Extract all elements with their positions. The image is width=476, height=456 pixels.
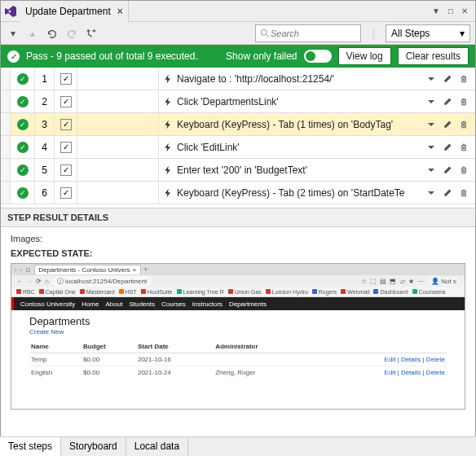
expand-icon[interactable]: [426, 97, 436, 107]
step-description: Click 'DepartmentsLink': [177, 96, 420, 107]
redo-icon[interactable]: [64, 26, 79, 41]
expand-icon[interactable]: [426, 165, 436, 175]
bookmark-item: HootSuite: [141, 289, 173, 295]
col-header: Budget: [82, 340, 136, 353]
bottom-tab[interactable]: Local data: [126, 437, 188, 456]
bookmark-item: Dashboard: [373, 289, 408, 295]
search-input[interactable]: [271, 28, 352, 38]
step-number: 5: [35, 159, 55, 181]
step-number: 2: [35, 90, 55, 112]
expand-icon[interactable]: [426, 74, 436, 84]
window-maximize-icon[interactable]: □: [444, 7, 457, 15]
delete-icon[interactable]: [459, 120, 469, 129]
step-row[interactable]: ✓3✓Keyboard (KeyPress) - Tab (1 times) o…: [1, 113, 475, 136]
window-dropdown-icon[interactable]: ▼: [428, 7, 444, 15]
document-tab-title: Update Department: [25, 6, 111, 17]
view-log-button[interactable]: View log: [338, 47, 391, 65]
status-cell: ✓: [11, 136, 35, 158]
row-handle[interactable]: [1, 113, 11, 135]
step-row[interactable]: ✓5✓Enter text '200' in 'BudgetText': [1, 159, 475, 182]
steps-filter-label: All Steps: [391, 28, 430, 39]
expand-icon[interactable]: [426, 120, 436, 129]
action-icon: [159, 120, 177, 129]
bookmark-item: RBC: [16, 289, 35, 295]
expand-icon[interactable]: [426, 188, 436, 198]
branch-icon[interactable]: [84, 26, 99, 41]
spacer-cell: [77, 159, 159, 181]
edit-icon[interactable]: [443, 188, 452, 198]
edit-icon[interactable]: [443, 142, 452, 152]
row-handle[interactable]: [1, 68, 11, 90]
reload-icon: ⟳: [36, 278, 42, 285]
step-description: Navigate to : 'http://localhost:21254/': [177, 73, 420, 85]
new-tab-icon: +: [143, 265, 148, 274]
enabled-checkbox[interactable]: ✓: [55, 68, 77, 90]
show-only-failed-toggle[interactable]: [304, 50, 332, 63]
status-cell: ✓: [11, 113, 35, 135]
pass-icon: ✓: [17, 73, 29, 85]
results-bar: ✓ Pass - 9 passed out of total 9 execute…: [1, 45, 475, 68]
step-description: Click 'EditLink': [177, 142, 420, 153]
edit-icon[interactable]: [443, 165, 452, 175]
bottom-tab[interactable]: Storyboard: [61, 437, 126, 456]
row-handle[interactable]: [1, 136, 11, 158]
images-label: Images:: [11, 234, 465, 243]
search-box[interactable]: [255, 24, 361, 42]
enabled-checkbox[interactable]: ✓: [55, 136, 77, 158]
bookmark-item: HST: [119, 289, 137, 295]
edit-icon[interactable]: [443, 120, 452, 129]
enabled-checkbox[interactable]: ✓: [55, 182, 77, 204]
col-header: Administrator: [214, 340, 311, 353]
pass-icon: ✓: [17, 142, 29, 153]
table-row: Temp$0.002021-10-16Edit | Details | Dele…: [29, 353, 447, 366]
row-handle[interactable]: [1, 159, 11, 181]
delete-icon[interactable]: [459, 142, 469, 152]
vs-logo-icon: [4, 5, 17, 18]
step-row[interactable]: ✓2✓Click 'DepartmentsLink': [1, 90, 475, 113]
enabled-checkbox[interactable]: ✓: [55, 90, 77, 112]
bookmark-item: Learning Tree R: [177, 289, 224, 295]
clear-results-button[interactable]: Clear results: [398, 47, 469, 65]
edit-icon[interactable]: [443, 97, 452, 107]
enabled-checkbox[interactable]: ✓: [55, 159, 77, 181]
tab-close-icon[interactable]: ×: [117, 6, 123, 17]
steps-table: ✓1✓Navigate to : 'http://localhost:21254…: [1, 68, 475, 204]
document-tab[interactable]: Update Department ×: [20, 1, 129, 22]
window-close-icon[interactable]: ✕: [457, 7, 472, 15]
delete-icon[interactable]: [459, 165, 469, 175]
enabled-checkbox[interactable]: ✓: [55, 113, 77, 135]
pass-icon: ✓: [17, 119, 29, 130]
step-row[interactable]: ✓4✓Click 'EditLink': [1, 136, 475, 159]
undo-icon[interactable]: [45, 26, 60, 41]
delete-icon[interactable]: [459, 74, 469, 84]
step-row[interactable]: ✓1✓Navigate to : 'http://localhost:21254…: [1, 68, 475, 90]
nav-item: Instructors: [192, 300, 223, 308]
bottom-tab[interactable]: Test steps: [0, 436, 61, 456]
svg-point-0: [261, 29, 267, 35]
row-handle[interactable]: [1, 182, 11, 204]
step-number: 4: [35, 136, 55, 158]
step-row[interactable]: ✓6✓Keyboard (KeyPress) - Tab (2 times) o…: [1, 182, 475, 204]
status-cell: ✓: [11, 182, 35, 204]
action-icon: [159, 165, 177, 175]
steps-filter-dropdown[interactable]: All Steps ▾: [386, 24, 470, 42]
bookmark-item: Capital One: [39, 289, 76, 295]
create-new-link: Create New: [29, 328, 64, 335]
delete-icon[interactable]: [459, 188, 469, 198]
nav-up-icon[interactable]: ▴: [25, 26, 40, 41]
toolbar-divider: |: [366, 26, 381, 41]
browser-tab: Departments - Contoso Univers×: [34, 265, 142, 274]
search-icon: [259, 28, 271, 39]
lock-icon: ⓘ: [57, 278, 64, 285]
delete-icon[interactable]: [459, 97, 469, 107]
step-number: 3: [35, 113, 55, 135]
action-icon: [159, 97, 177, 107]
bookmark-item: Rogers: [312, 289, 337, 295]
show-only-failed-label: Show only failed: [226, 50, 297, 62]
action-icon: [159, 188, 177, 198]
status-cell: ✓: [11, 90, 35, 112]
expand-icon[interactable]: [426, 142, 436, 152]
edit-icon[interactable]: [443, 74, 452, 84]
row-handle[interactable]: [1, 90, 11, 112]
toolbar-dropdown-icon[interactable]: ▾: [6, 26, 20, 41]
